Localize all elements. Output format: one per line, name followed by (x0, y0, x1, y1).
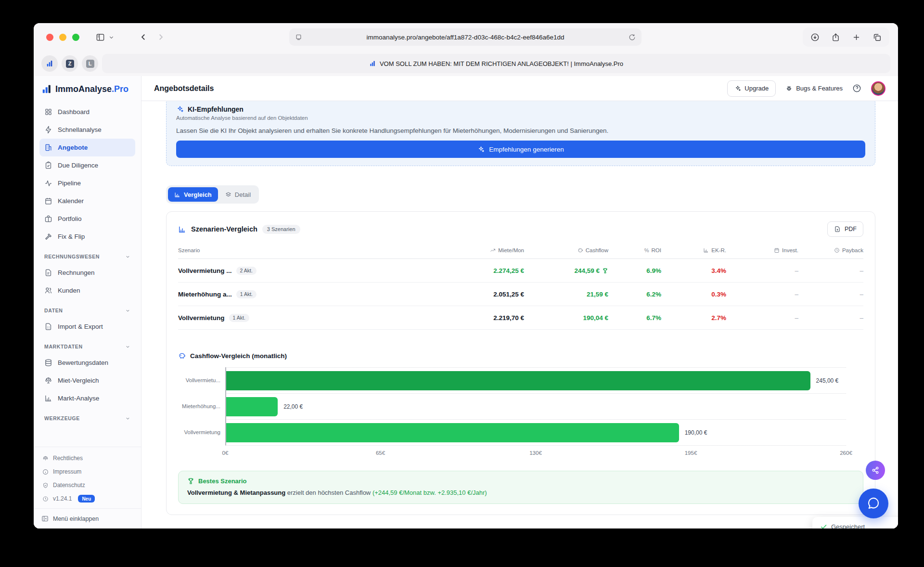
reload-icon[interactable] (629, 34, 636, 41)
sidebar-item-label: Kalender (58, 197, 84, 205)
scales-icon (44, 376, 52, 385)
sidebar-item-portfolio[interactable]: Portfolio (39, 210, 135, 228)
best-scenario-title: Bestes Szenario (198, 477, 246, 485)
sidebar-item-pipeline[interactable]: Pipeline (39, 174, 135, 192)
clipboard-check-icon (44, 161, 52, 169)
sidebar-toggle-icon[interactable] (96, 33, 105, 42)
sidebar-item-miet-vergleich[interactable]: Miet-Vergleich (39, 372, 135, 389)
tab-detail[interactable]: Detail (219, 187, 257, 202)
miete-value: 2.051,25 € (457, 291, 524, 298)
tab-overview-icon[interactable] (873, 33, 882, 42)
users-icon (44, 286, 52, 295)
briefcase-icon (44, 215, 52, 223)
pinned-tab-immoanalyse[interactable] (41, 55, 58, 72)
help-icon[interactable] (852, 84, 861, 93)
sidebar-item-impressum[interactable]: Impressum (42, 465, 132, 478)
percent-icon: % (644, 247, 649, 253)
pinned-tab-l[interactable]: L (82, 55, 98, 72)
sidebar-item-label: Impressum (53, 468, 81, 475)
scales-icon (42, 455, 49, 462)
sidebar-item-dashboard[interactable]: Dashboard (39, 103, 135, 121)
best-scenario-text: erzielt den höchsten Cashflow (287, 489, 371, 496)
collapse-menu-button[interactable]: Menü einklappen (34, 508, 141, 528)
table-header: Szenario Miete/Mon Cashflow %ROI EK-R. I… (178, 247, 863, 259)
sidebar-item-label: Schnellanalyse (58, 126, 102, 133)
sidebar-section-werkzeuge[interactable]: WERKZEUGE (39, 411, 135, 425)
user-avatar[interactable] (871, 81, 886, 96)
table-row[interactable]: Mieterhöhung a...1 Akt. 2.051,25 € 21,59… (178, 283, 863, 306)
sidebar-item-fix-flip[interactable]: Fix & Flip (39, 228, 135, 245)
sidebar-item-import-export[interactable]: Import & Export (39, 318, 135, 335)
sidebar-item-rechnungen[interactable]: Rechnungen (39, 264, 135, 282)
sidebar-item-schnellanalyse[interactable]: Schnellanalyse (39, 121, 135, 139)
logo-text: ImmoAnalyse (55, 84, 112, 94)
share-fab-button[interactable] (866, 461, 885, 480)
minimize-window-button[interactable] (59, 34, 66, 41)
logo-bars-icon (41, 84, 52, 94)
generate-recommendations-button[interactable]: Empfehlungen generieren (176, 141, 865, 158)
sidebar-item-label: Angebote (58, 144, 88, 151)
tab-vergleich[interactable]: Vergleich (168, 187, 218, 202)
sidebar-item-kunden[interactable]: Kunden (39, 282, 135, 299)
zoom-window-button[interactable] (72, 34, 79, 41)
bar-chart-favicon (46, 60, 53, 67)
app-logo[interactable]: ImmoAnalyse.Pro (34, 76, 141, 100)
table-row[interactable]: Vollvermietung1 Akt. 2.219,70 € 190,04 €… (178, 306, 863, 330)
close-window-button[interactable] (46, 34, 53, 41)
sidebar-item-angebote[interactable]: Angebote (39, 139, 135, 156)
share-icon[interactable] (831, 33, 840, 42)
ekr-value: 2.7% (661, 314, 726, 322)
url-text: immoanalyse.pro/angebote/aff1a872-d03c-4… (302, 34, 629, 41)
cashflow-chart: Vollvermietu... 245,00 € Mieterhöhung...… (178, 367, 863, 458)
browser-tab-active[interactable]: VOM SOLL ZUM HABEN: MIT DEM RICHTIGEN AN… (102, 54, 890, 73)
check-icon (820, 523, 827, 529)
sidebar-item-bewertungsdaten[interactable]: Bewertungsdaten (39, 354, 135, 372)
sidebar-section-marktdaten[interactable]: MARKTDATEN (39, 339, 135, 354)
chart-bar[interactable] (225, 397, 278, 416)
chevron-down-icon (125, 416, 130, 421)
pinned-tab-z[interactable]: Z (62, 55, 78, 72)
roi-value: 6.7% (608, 314, 661, 322)
payback-value: – (798, 267, 863, 274)
pdf-export-button[interactable]: PDF (827, 221, 863, 237)
upgrade-button[interactable]: Upgrade (727, 80, 776, 97)
bar-chart-favicon (369, 60, 376, 67)
sidebar-item-rechtliches[interactable]: Rechtliches (42, 451, 132, 465)
saved-toast-label: Gespeichert (831, 523, 865, 529)
chevron-down-icon[interactable] (109, 35, 114, 40)
sidebar-item-kalender[interactable]: Kalender (39, 192, 135, 210)
axis-tick: 65€ (376, 450, 385, 456)
new-tab-icon[interactable] (852, 33, 861, 42)
pdf-label: PDF (845, 226, 857, 232)
miete-value: 2.219,70 € (457, 314, 524, 322)
sidebar-item-label: Markt-Analyse (58, 395, 99, 402)
piggy-bank-icon (578, 247, 583, 253)
logo-suffix: .Pro (112, 84, 128, 94)
tab-strip: Z L VOM SOLL ZUM HABEN: MIT DEM RICHTIGE… (34, 51, 898, 76)
best-scenario-panel: Bestes Szenario Vollvermietung & Mietanp… (178, 471, 863, 504)
version-label: v1.24.1 (53, 495, 72, 502)
collapse-panel-icon (41, 515, 49, 522)
ai-panel-title: KI-Empfehlungen (188, 105, 244, 113)
sidebar-item-label: Rechnungen (58, 269, 95, 276)
downloads-icon[interactable] (810, 33, 820, 42)
sidebar-item-due-diligence[interactable]: Due Diligence (39, 156, 135, 174)
forward-button[interactable] (156, 33, 165, 41)
back-button[interactable] (139, 33, 148, 41)
sidebar-item-label: Kunden (58, 287, 80, 294)
sidebar-section-rechnungswesen[interactable]: RECHNUNGSWESEN (39, 249, 135, 264)
sidebar-section-daten[interactable]: DATEN (39, 303, 135, 318)
sidebar-item-markt-analyse[interactable]: Markt-Analyse (39, 389, 135, 407)
table-row[interactable]: Vollvermietung ...2 Akt. 2.274,25 € 244,… (178, 259, 863, 283)
chart-y-axis (225, 367, 226, 445)
sidebar-item-label: Rechtliches (53, 455, 83, 462)
chart-bar[interactable] (225, 423, 679, 442)
sidebar-item-datenschutz[interactable]: Datenschutz (42, 478, 132, 492)
bugs-features-button[interactable]: Bugs & Features (785, 85, 843, 92)
chart-bar[interactable] (225, 371, 810, 390)
chat-fab-button[interactable] (859, 489, 888, 518)
url-bar[interactable]: immoanalyse.pro/angebote/aff1a872-d03c-4… (289, 28, 642, 46)
col-szenario: Szenario (178, 247, 457, 253)
sidebar-item-version[interactable]: v1.24.1 Neu (42, 492, 132, 505)
app-sidebar: ImmoAnalyse.Pro Dashboard Schnellanalyse… (34, 76, 141, 528)
